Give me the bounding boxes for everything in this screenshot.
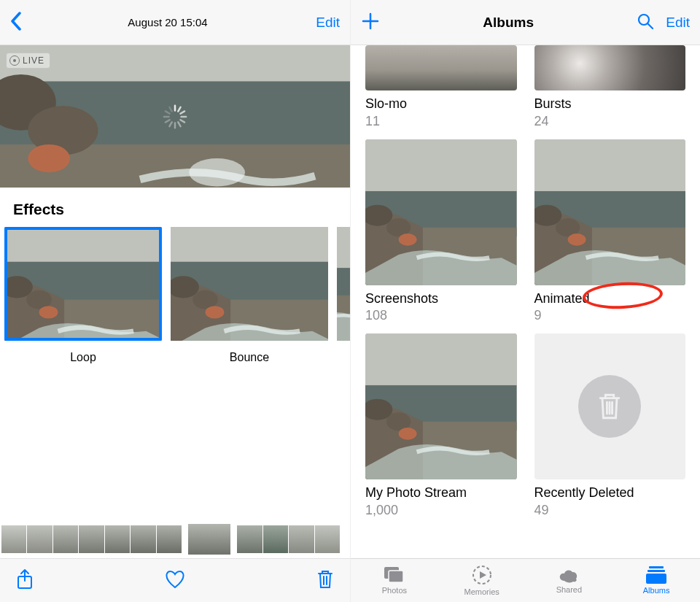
tab-label: Shared [556, 585, 582, 594]
album-animated[interactable]: Animated 9 [534, 139, 686, 324]
search-button[interactable] [637, 12, 654, 33]
plus-icon [361, 12, 380, 31]
spinner-icon [162, 104, 188, 130]
effect-label: Loop [4, 341, 162, 364]
memories-icon [472, 565, 492, 585]
effects-strip[interactable]: Loop Bounce [0, 227, 350, 364]
tab-photos[interactable]: Photos [351, 559, 438, 602]
live-badge: LIVE [6, 53, 50, 69]
svg-line-25 [166, 111, 170, 113]
svg-line-19 [180, 120, 184, 122]
trash-icon [316, 569, 334, 590]
filmstrip-current[interactable] [188, 524, 230, 555]
albums-grid: Slo-mo 11 Bursts 24 Screenshots 108 Anim… [365, 45, 685, 518]
cloud-icon [558, 567, 580, 583]
album-name: Recently Deleted [534, 479, 634, 501]
delete-button[interactable] [316, 569, 334, 593]
album-count: 24 [534, 112, 686, 129]
photo-detail-screen: August 20 15:04 Edit LIVE [0, 0, 350, 602]
effect-loop[interactable]: Loop [4, 227, 162, 364]
right-nav-bar: Albums Edit [351, 0, 700, 45]
share-button[interactable] [16, 568, 34, 593]
album-recently-deleted[interactable]: Recently Deleted 49 [534, 333, 686, 518]
effect-next-peek[interactable] [337, 227, 350, 364]
effects-heading: Effects [0, 188, 350, 227]
share-icon [16, 568, 34, 590]
svg-rect-35 [648, 570, 665, 572]
album-count: 9 [534, 306, 686, 323]
tab-label: Albums [643, 586, 670, 595]
svg-rect-8 [0, 45, 350, 82]
album-name: Screenshots [365, 285, 438, 307]
svg-line-17 [180, 111, 184, 113]
edit-button[interactable]: Edit [303, 15, 340, 31]
svg-line-20 [178, 122, 180, 126]
live-badge-label: LIVE [23, 55, 44, 66]
album-name: Bursts [534, 90, 572, 112]
album-bursts[interactable]: Bursts 24 [534, 45, 686, 129]
svg-line-29 [648, 23, 653, 28]
albums-grid-container[interactable]: Slo-mo 11 Bursts 24 Screenshots 108 Anim… [351, 45, 700, 558]
svg-point-14 [189, 158, 245, 186]
tab-bar: Photos Memories Shared Albums [351, 558, 700, 602]
albums-icon [646, 566, 666, 584]
nav-title: Albums [380, 15, 637, 31]
tab-label: Photos [382, 586, 407, 595]
photo-toolbar [0, 558, 350, 602]
album-slomo[interactable]: Slo-mo 11 [365, 45, 517, 129]
album-count: 49 [534, 501, 686, 518]
heart-icon [164, 569, 186, 590]
svg-rect-31 [389, 571, 403, 582]
photos-icon [384, 566, 405, 584]
album-name: Slo-mo [365, 90, 407, 112]
svg-line-26 [169, 107, 171, 111]
live-icon [9, 55, 20, 66]
effect-label: Bounce [171, 341, 328, 364]
filmstrip[interactable] [0, 523, 350, 555]
svg-rect-36 [646, 574, 666, 584]
loading-spinner [162, 104, 188, 130]
album-photo-stream[interactable]: My Photo Stream 1,000 [365, 333, 517, 518]
trash-icon [595, 392, 624, 421]
album-name: Animated [534, 285, 590, 307]
album-name: My Photo Stream [365, 479, 467, 501]
photo-timestamp: August 20 15:04 [32, 16, 303, 28]
back-button[interactable] [10, 12, 32, 34]
album-count: 11 [365, 112, 517, 129]
svg-line-16 [178, 107, 180, 111]
svg-line-22 [169, 122, 171, 126]
tab-memories[interactable]: Memories [438, 559, 526, 602]
add-album-button[interactable] [361, 12, 380, 34]
tab-label: Memories [464, 587, 499, 596]
albums-screen: Albums Edit Slo-mo 11 Bursts 24 Screensh… [350, 0, 700, 602]
album-screenshots[interactable]: Screenshots 108 [365, 139, 517, 324]
album-count: 1,000 [365, 501, 517, 518]
edit-albums-button[interactable]: Edit [666, 15, 690, 31]
live-photo-hero[interactable]: LIVE [0, 45, 350, 188]
svg-marker-33 [480, 571, 486, 579]
favorite-button[interactable] [164, 569, 186, 593]
effect-bounce[interactable]: Bounce [171, 227, 328, 364]
search-icon [637, 12, 654, 30]
svg-point-13 [28, 144, 70, 172]
left-nav-bar: August 20 15:04 Edit [0, 0, 350, 45]
svg-line-23 [166, 120, 170, 122]
chevron-left-icon [10, 12, 22, 31]
tab-shared[interactable]: Shared [526, 559, 613, 602]
tab-albums[interactable]: Albums [612, 559, 700, 602]
album-count: 108 [365, 306, 517, 323]
svg-rect-34 [649, 566, 664, 568]
